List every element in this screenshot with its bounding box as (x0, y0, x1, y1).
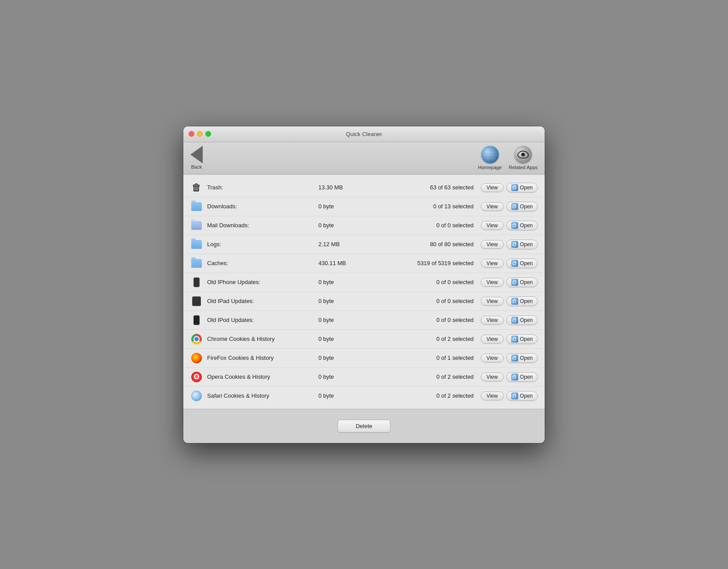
svg-rect-1 (513, 206, 516, 208)
item-name-ipad-updates: Old IPad Updates: (207, 298, 318, 304)
related-apps-button[interactable]: Related Apps (509, 146, 538, 170)
item-size-safari: 0 byte (318, 392, 362, 399)
open-icon-opera (511, 373, 518, 381)
item-actions-trash: View Open (481, 183, 538, 192)
open-icon-firefox (511, 355, 518, 362)
title-bar: Quick Cleaner (183, 126, 545, 142)
open-icon-logs (511, 241, 518, 248)
back-label: Back (191, 164, 202, 170)
view-button-opera[interactable]: View (481, 373, 504, 381)
view-button-chrome[interactable]: View (481, 335, 504, 344)
item-size-mail-downloads: 0 byte (318, 222, 362, 229)
minimize-button[interactable] (197, 131, 203, 137)
chrome-icon (190, 333, 203, 345)
items-list: 🗑 Trash: 13.30 MB 63 of 63 selected View… (183, 175, 545, 409)
open-icon-mail-downloads (511, 222, 518, 229)
maximize-button[interactable] (205, 131, 211, 137)
item-name-chrome: Chrome Cookies & History (207, 336, 318, 342)
svg-rect-6 (513, 300, 516, 303)
item-selected-logs: 80 of 80 selected (362, 241, 480, 248)
svg-rect-3 (513, 244, 516, 246)
svg-rect-9 (513, 357, 516, 359)
view-button-ipad-updates[interactable]: View (481, 297, 504, 306)
back-button[interactable]: Back (190, 146, 203, 170)
item-selected-opera: 0 of 2 selected (362, 373, 480, 380)
close-button[interactable] (189, 131, 194, 137)
open-icon-ipad-updates (511, 298, 518, 305)
traffic-lights (189, 131, 211, 137)
table-row: Caches: 430.11 MB 5319 of 5319 selected … (183, 254, 545, 273)
svg-rect-7 (513, 319, 516, 321)
folder-icon (190, 238, 203, 251)
view-button-firefox[interactable]: View (481, 354, 504, 362)
trash-icon: 🗑 (190, 181, 203, 194)
item-actions-firefox: View Open (481, 353, 538, 363)
item-name-ipod-updates: Old IPod Updates: (207, 317, 318, 323)
open-button-trash[interactable]: Open (506, 183, 538, 192)
item-name-opera: Opera Cookies & History (207, 373, 318, 380)
mail-folder-icon (190, 219, 203, 232)
open-button-ipod-updates[interactable]: Open (506, 315, 538, 325)
table-row: 🗑 Trash: 13.30 MB 63 of 63 selected View… (183, 178, 545, 197)
view-button-safari[interactable]: View (481, 392, 504, 400)
open-icon-safari (511, 392, 518, 399)
homepage-button[interactable]: Homepage (478, 146, 502, 170)
view-button-caches[interactable]: View (481, 259, 504, 268)
item-actions-chrome: View Open (481, 334, 538, 344)
open-button-ipad-updates[interactable]: Open (506, 296, 538, 306)
table-row: Chrome Cookies & History 0 byte 0 of 2 s… (183, 330, 545, 349)
item-size-caches: 430.11 MB (318, 260, 362, 266)
open-button-firefox[interactable]: Open (506, 353, 538, 363)
view-button-iphone-updates[interactable]: View (481, 278, 504, 287)
view-button-logs[interactable]: View (481, 240, 504, 249)
svg-rect-11 (513, 395, 516, 397)
item-name-iphone-updates: Old IPhone Updates: (207, 279, 318, 285)
view-button-downloads[interactable]: View (481, 202, 504, 211)
eye-icon (514, 146, 532, 163)
item-actions-iphone-updates: View Open (481, 277, 538, 287)
item-selected-ipod-updates: 0 of 0 selected (362, 317, 480, 323)
open-button-downloads[interactable]: Open (506, 202, 538, 211)
table-row: Old IPod Updates: 0 byte 0 of 0 selected… (183, 311, 545, 330)
window-title: Quick Cleaner (346, 131, 382, 137)
content-area: 🗑 Trash: 13.30 MB 63 of 63 selected View… (183, 174, 545, 409)
open-button-safari[interactable]: Open (506, 391, 538, 401)
footer: Delete (183, 409, 545, 443)
item-actions-caches: View Open (481, 259, 538, 268)
table-row: Safari Cookies & History 0 byte 0 of 2 s… (183, 387, 545, 405)
main-window: Quick Cleaner Back Homepage Related Apps… (183, 126, 545, 443)
item-selected-safari: 0 of 2 selected (362, 392, 480, 399)
view-button-trash[interactable]: View (481, 183, 504, 192)
view-button-ipod-updates[interactable]: View (481, 316, 504, 325)
delete-button[interactable]: Delete (338, 420, 390, 432)
item-selected-firefox: 0 of 1 selected (362, 355, 480, 361)
open-icon-caches (511, 260, 518, 267)
item-actions-ipad-updates: View Open (481, 296, 538, 306)
view-button-mail-downloads[interactable]: View (481, 221, 504, 230)
open-button-iphone-updates[interactable]: Open (506, 277, 538, 287)
svg-rect-8 (513, 338, 516, 340)
open-button-caches[interactable]: Open (506, 259, 538, 268)
toolbar: Back Homepage Related Apps (183, 142, 545, 174)
open-button-chrome[interactable]: Open (506, 334, 538, 344)
back-arrow-icon (190, 146, 203, 163)
item-size-ipad-updates: 0 byte (318, 298, 362, 304)
item-selected-trash: 63 of 63 selected (362, 184, 480, 191)
open-button-opera[interactable]: Open (506, 372, 538, 382)
item-selected-caches: 5319 of 5319 selected (362, 260, 480, 266)
open-icon-downloads (511, 203, 518, 210)
open-icon-chrome (511, 336, 518, 343)
item-name-mail-downloads: Mail Downloads: (207, 222, 318, 229)
item-actions-mail-downloads: View Open (481, 221, 538, 230)
item-size-iphone-updates: 0 byte (318, 279, 362, 285)
svg-rect-0 (513, 187, 516, 189)
item-name-logs: Logs: (207, 241, 318, 248)
iphone-icon (190, 276, 203, 288)
ipod-icon (190, 314, 203, 326)
item-name-safari: Safari Cookies & History (207, 392, 318, 399)
open-icon-iphone-updates (511, 279, 518, 286)
open-button-logs[interactable]: Open (506, 240, 538, 249)
item-selected-downloads: 0 of 13 selected (362, 203, 480, 210)
item-actions-opera: View Open (481, 372, 538, 382)
open-button-mail-downloads[interactable]: Open (506, 221, 538, 230)
